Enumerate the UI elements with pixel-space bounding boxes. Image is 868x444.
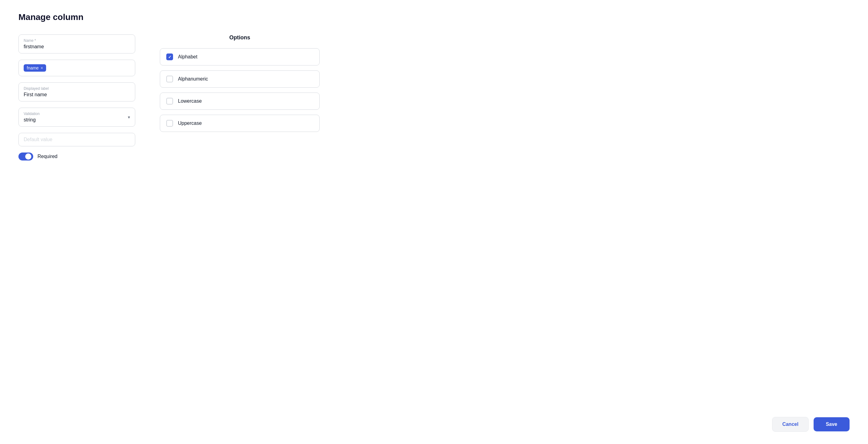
name-label: Name * — [24, 38, 130, 43]
default-value-box — [19, 133, 135, 146]
option-lowercase-label: Lowercase — [178, 98, 202, 104]
checkbox-alphanumeric — [166, 76, 173, 82]
footer-buttons: Cancel Save — [772, 417, 849, 432]
option-uppercase-label: Uppercase — [178, 121, 202, 126]
tag-remove-button[interactable]: × — [40, 66, 43, 70]
displayed-label-field: Displayed label — [19, 82, 135, 101]
displayed-label-label: Displayed label — [24, 86, 130, 91]
options-title: Options — [160, 34, 320, 41]
required-row: Required — [19, 152, 135, 160]
toggle-slider — [19, 152, 33, 160]
checkbox-alphabet — [166, 54, 173, 60]
tag-item[interactable]: fname × — [24, 64, 46, 72]
default-value-field — [19, 133, 135, 146]
option-uppercase[interactable]: Uppercase — [160, 115, 320, 132]
name-field-box: Name * — [19, 34, 135, 54]
option-alphabet-label: Alphabet — [178, 54, 197, 60]
option-alphabet[interactable]: Alphabet — [160, 48, 320, 65]
validation-field: Validation string ▾ — [19, 108, 135, 127]
validation-label: Validation — [24, 112, 40, 116]
tag-container: fname × — [24, 64, 130, 72]
main-layout: Name * fname × Displayed label — [19, 34, 849, 160]
name-field: Name * — [19, 34, 135, 54]
cancel-button[interactable]: Cancel — [772, 417, 808, 432]
required-label: Required — [37, 154, 58, 159]
default-value-input[interactable] — [24, 137, 130, 142]
left-panel: Name * fname × Displayed label — [19, 34, 135, 160]
page-title: Manage column — [19, 12, 849, 22]
save-button[interactable]: Save — [814, 417, 849, 432]
checkbox-uppercase — [166, 120, 173, 127]
validation-content: Validation string — [24, 112, 40, 123]
chevron-down-icon: ▾ — [128, 115, 130, 120]
displayed-label-box: Displayed label — [19, 82, 135, 101]
tag-field-box: fname × — [19, 60, 135, 76]
name-input[interactable] — [24, 44, 130, 50]
right-panel: Options Alphabet Alphanumeric Lowercase … — [160, 34, 320, 137]
validation-box[interactable]: Validation string ▾ — [19, 108, 135, 127]
option-alphanumeric-label: Alphanumeric — [178, 76, 208, 82]
tag-field: fname × — [19, 60, 135, 76]
required-toggle[interactable] — [19, 152, 33, 160]
option-alphanumeric[interactable]: Alphanumeric — [160, 70, 320, 88]
option-lowercase[interactable]: Lowercase — [160, 93, 320, 110]
checkbox-lowercase — [166, 98, 173, 105]
tag-text: fname — [27, 65, 39, 70]
validation-value: string — [24, 117, 40, 123]
displayed-label-input[interactable] — [24, 92, 130, 97]
